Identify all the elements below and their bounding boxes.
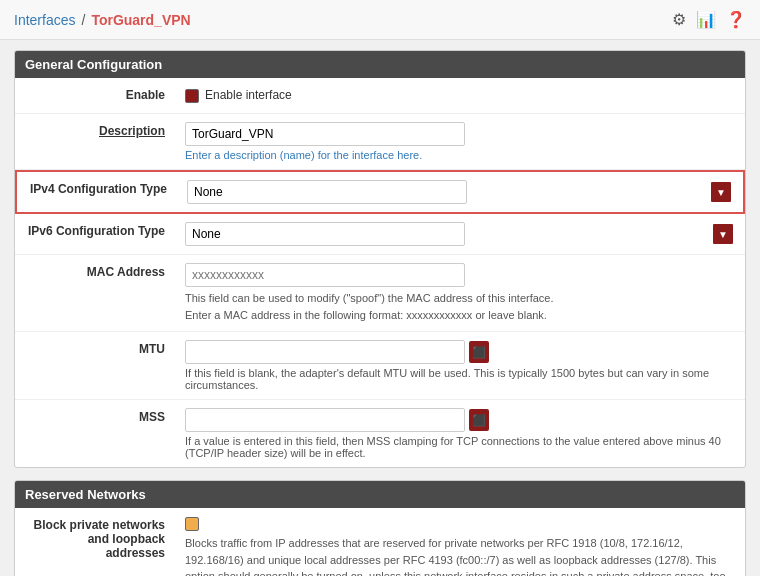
header-icons: ⚙ 📊 ❓ xyxy=(672,10,746,29)
mtu-hint: If this field is blank, the adapter's de… xyxy=(185,367,735,391)
description-label: Description xyxy=(15,114,175,169)
mtu-stepper[interactable]: ⬛ xyxy=(469,341,489,363)
general-config-header: General Configuration xyxy=(15,51,745,78)
reserved-networks-section: Reserved Networks Block private networks… xyxy=(14,480,746,576)
mss-input[interactable] xyxy=(185,408,465,432)
breadcrumb-current: TorGuard_VPN xyxy=(91,12,190,28)
block-private-checkbox[interactable] xyxy=(185,517,199,531)
ipv6-select-icon: ▼ xyxy=(713,224,733,244)
description-hint: Enter a description (name) for the inter… xyxy=(185,149,735,161)
breadcrumb-separator: / xyxy=(81,12,85,28)
ipv4-select-icon: ▼ xyxy=(711,182,731,202)
ipv4-config-value: None Static IP DHCP PPPoE ▼ xyxy=(177,172,743,212)
block-private-checkbox-row xyxy=(185,516,735,531)
enable-checkbox-label: Enable interface xyxy=(205,88,292,102)
enable-row: Enable Enable interface xyxy=(15,78,745,114)
block-private-value: Blocks traffic from IP addresses that ar… xyxy=(175,508,745,576)
main-content: General Configuration Enable Enable inte… xyxy=(0,40,760,576)
mtu-input-wrapper: ⬛ xyxy=(185,340,735,364)
ipv6-config-value: None Static IPv6 DHCPv6 SLAAC ▼ xyxy=(175,214,745,254)
mac-hint: This field can be used to modify ("spoof… xyxy=(185,290,735,323)
block-private-desc: Blocks traffic from IP addresses that ar… xyxy=(185,535,735,576)
mtu-label: MTU xyxy=(15,332,175,399)
ipv4-config-label: IPv4 Configuration Type xyxy=(17,172,177,212)
breadcrumb-link[interactable]: Interfaces xyxy=(14,12,75,28)
description-value: Enter a description (name) for the inter… xyxy=(175,114,745,169)
mss-row: MSS ⬛ If a value is entered in this fiel… xyxy=(15,400,745,467)
reserved-networks-header: Reserved Networks xyxy=(15,481,745,508)
general-configuration-section: General Configuration Enable Enable inte… xyxy=(14,50,746,468)
mss-input-wrapper: ⬛ xyxy=(185,408,735,432)
enable-checkbox[interactable] xyxy=(185,89,199,103)
ipv4-select-wrapper: None Static IP DHCP PPPoE ▼ xyxy=(187,180,733,204)
header: Interfaces / TorGuard_VPN ⚙ 📊 ❓ xyxy=(0,0,760,40)
mtu-row: MTU ⬛ If this field is blank, the adapte… xyxy=(15,332,745,400)
block-private-label-line2: and loopback addresses xyxy=(88,532,165,560)
mac-hint-line2: Enter a MAC address in the following for… xyxy=(185,309,547,321)
ipv6-config-row: IPv6 Configuration Type None Static IPv6… xyxy=(15,214,745,255)
breadcrumb: Interfaces / TorGuard_VPN xyxy=(14,12,191,28)
mac-address-row: MAC Address This field can be used to mo… xyxy=(15,255,745,332)
mss-label: MSS xyxy=(15,400,175,467)
mtu-input[interactable] xyxy=(185,340,465,364)
enable-label: Enable xyxy=(15,78,175,113)
help-icon[interactable]: ❓ xyxy=(726,10,746,29)
mtu-value: ⬛ If this field is blank, the adapter's … xyxy=(175,332,745,399)
mac-address-label: MAC Address xyxy=(15,255,175,331)
enable-value: Enable interface xyxy=(175,78,745,113)
mss-hint: If a value is entered in this field, the… xyxy=(185,435,735,459)
enable-checkbox-row: Enable interface xyxy=(185,88,735,103)
ipv4-config-row: IPv4 Configuration Type None Static IP D… xyxy=(15,170,745,214)
description-input[interactable] xyxy=(185,122,465,146)
chart-icon[interactable]: 📊 xyxy=(696,10,716,29)
ipv6-select-wrapper: None Static IPv6 DHCPv6 SLAAC ▼ xyxy=(185,222,735,246)
block-private-label-line1: Block private networks xyxy=(34,518,165,532)
ipv6-config-label: IPv6 Configuration Type xyxy=(15,214,175,254)
mss-stepper[interactable]: ⬛ xyxy=(469,409,489,431)
block-private-label: Block private networks and loopback addr… xyxy=(15,508,175,576)
filter-icon[interactable]: ⚙ xyxy=(672,10,686,29)
ipv4-config-select[interactable]: None Static IP DHCP PPPoE xyxy=(187,180,467,204)
description-row: Description Enter a description (name) f… xyxy=(15,114,745,170)
mac-address-input[interactable] xyxy=(185,263,465,287)
mss-value: ⬛ If a value is entered in this field, t… xyxy=(175,400,745,467)
block-private-row: Block private networks and loopback addr… xyxy=(15,508,745,576)
ipv6-config-select[interactable]: None Static IPv6 DHCPv6 SLAAC xyxy=(185,222,465,246)
mac-hint-line1: This field can be used to modify ("spoof… xyxy=(185,292,554,304)
mac-address-value: This field can be used to modify ("spoof… xyxy=(175,255,745,331)
